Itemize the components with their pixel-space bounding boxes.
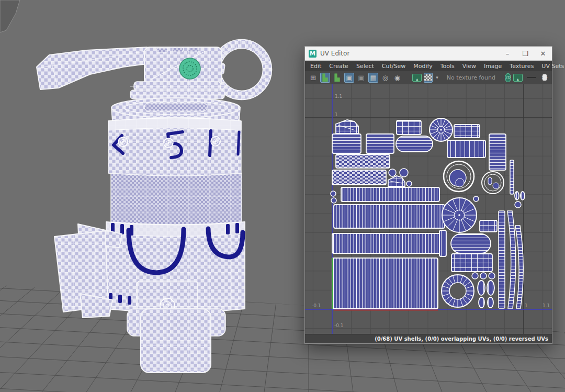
uv-shell[interactable] xyxy=(488,297,493,308)
no-texture-label: No texture found xyxy=(447,74,495,81)
axis-label: 1.1 xyxy=(335,94,342,99)
window-title: UV Editor xyxy=(320,50,499,57)
minimize-button[interactable]: – xyxy=(499,47,516,60)
texture-borders-icon[interactable]: ▣ xyxy=(344,73,354,83)
uv-shell[interactable] xyxy=(472,273,478,279)
close-button[interactable]: ✕ xyxy=(534,47,552,60)
uv-shell[interactable] xyxy=(473,196,479,201)
menu-uvsets[interactable]: UV Sets xyxy=(541,63,564,70)
uv-shell[interactable] xyxy=(439,230,446,256)
axis-label: -0.1 xyxy=(312,303,321,308)
menu-tools[interactable]: Tools xyxy=(440,63,455,70)
uv-shell[interactable] xyxy=(515,201,521,208)
menu-image[interactable]: Image xyxy=(484,63,502,70)
uv-shell[interactable] xyxy=(332,170,386,185)
uv-shell[interactable] xyxy=(332,233,445,253)
maya-icon: M xyxy=(309,50,317,58)
shaded-uvs-icon[interactable]: ▙ xyxy=(320,73,330,83)
uv-shell[interactable] xyxy=(480,220,497,232)
menu-modify[interactable]: Modify xyxy=(413,63,432,70)
lower-band[interactable] xyxy=(106,222,245,313)
uv-snapshot-icon[interactable]: ◉ xyxy=(392,73,402,83)
uv-shell[interactable] xyxy=(389,169,396,176)
maya-workspace: M UV Editor – ❒ ✕ EditCreateSelectCut/Se… xyxy=(0,0,565,392)
uv-shell[interactable] xyxy=(332,258,438,309)
uv-shell[interactable] xyxy=(406,181,412,186)
uv-shell[interactable] xyxy=(451,234,491,253)
uv-shell[interactable] xyxy=(341,187,439,201)
menu-create[interactable]: Create xyxy=(329,63,348,70)
pixel-snap-icon[interactable]: ◎ xyxy=(380,73,390,83)
image-display-icon[interactable]: ▣ xyxy=(356,73,366,83)
uv-shell[interactable] xyxy=(331,191,336,196)
uv-shell[interactable] xyxy=(396,136,433,152)
selected-faces-highlight xyxy=(179,58,200,79)
axis-label: 1 xyxy=(335,112,338,117)
menu-cutsew[interactable]: Cut/Sew xyxy=(382,63,405,70)
toolbar: ⊞▙▙▣▣▦◎◉ ▴ ▾ No texture found 2D ▴ ›› xyxy=(305,71,552,84)
uv-shell[interactable] xyxy=(454,125,480,138)
image-brightness-slider[interactable] xyxy=(527,74,536,81)
base-cylinders[interactable] xyxy=(127,309,225,373)
menubar: EditCreateSelectCut/SewModifyToolsViewIm… xyxy=(305,61,552,71)
uv-shell-status: (0/68) UV shells, (0/0) overlapping UVs,… xyxy=(375,336,548,342)
uv-distortion-icon[interactable]: ▙ xyxy=(332,73,342,83)
neck-collar[interactable] xyxy=(130,82,224,99)
uv-shell[interactable] xyxy=(521,192,525,200)
uv-shell[interactable] xyxy=(487,281,494,295)
uv-shell[interactable] xyxy=(489,134,506,170)
uv-shell[interactable] xyxy=(442,198,477,232)
uv-shell[interactable] xyxy=(447,140,485,158)
uv-shell[interactable] xyxy=(397,120,421,135)
texture-image-icon[interactable]: ▴ xyxy=(412,73,422,83)
uv-shell[interactable] xyxy=(510,160,514,194)
menu-view[interactable]: View xyxy=(462,63,476,70)
uv-shell[interactable] xyxy=(499,211,505,308)
uv-shell[interactable] xyxy=(334,205,445,228)
uv-shell[interactable] xyxy=(400,169,408,177)
middle-band-wireframe xyxy=(111,173,242,225)
maximize-button[interactable]: ❒ xyxy=(516,47,534,60)
axis-label: 1 xyxy=(525,303,528,308)
menu-textures[interactable]: Textures xyxy=(510,63,534,70)
uv-shell[interactable] xyxy=(366,134,394,153)
axis-label: -0.1 xyxy=(334,323,344,328)
checker-map-icon[interactable] xyxy=(424,73,433,83)
menu-edit[interactable]: Edit xyxy=(310,63,321,70)
uv-shell[interactable] xyxy=(332,134,361,153)
image-ratio-icon[interactable]: ▴ xyxy=(513,73,523,83)
uv-shell[interactable] xyxy=(442,275,474,307)
uv-layout-tiles-icon[interactable]: ⊞ xyxy=(308,73,318,83)
statusbar: (0/68) UV shells, (0/0) overlapping UVs,… xyxy=(305,334,552,343)
uv-shell[interactable] xyxy=(336,154,390,168)
uv-shell[interactable] xyxy=(515,192,519,200)
menu-select[interactable]: Select xyxy=(356,63,374,70)
slider-thumb[interactable] xyxy=(543,74,547,81)
uv-shell[interactable] xyxy=(489,273,495,279)
uv-shell[interactable] xyxy=(480,273,487,279)
titlebar[interactable]: M UV Editor – ❒ ✕ xyxy=(305,47,552,61)
uv-editor-window: M UV Editor – ❒ ✕ EditCreateSelectCut/Se… xyxy=(304,46,552,344)
checker-tiles-icon[interactable]: ▦ xyxy=(368,73,378,83)
checker-dropdown-icon[interactable]: ▾ xyxy=(436,75,438,80)
uv-shell[interactable] xyxy=(478,281,485,295)
upper-band[interactable] xyxy=(108,118,241,176)
uv-shell[interactable] xyxy=(430,118,453,141)
exposure-icon[interactable]: 2D xyxy=(505,73,511,82)
uv-shell[interactable] xyxy=(451,254,492,272)
uv-shell[interactable] xyxy=(479,297,484,308)
uv-shell[interactable] xyxy=(331,198,336,203)
axis-label: 1.1 xyxy=(543,303,550,308)
uv-canvas[interactable]: 1.11-0.1-0.111.1 xyxy=(305,84,552,334)
